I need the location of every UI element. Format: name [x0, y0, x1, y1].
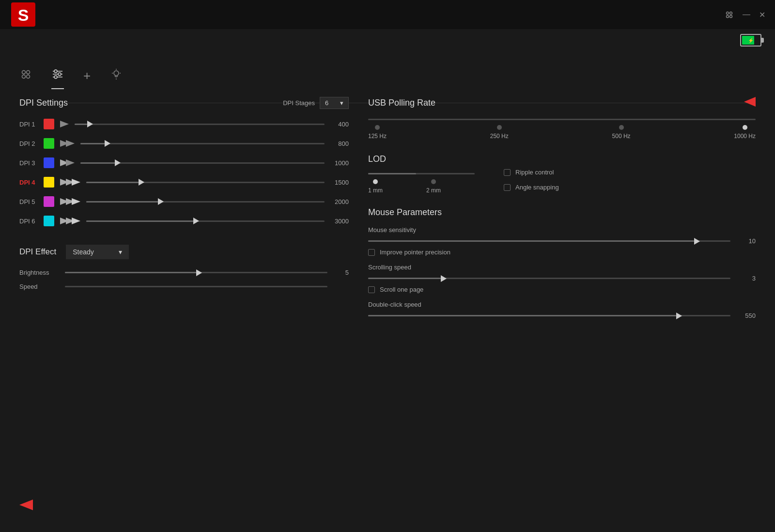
sensitivity-track[interactable] — [368, 240, 730, 242]
svg-marker-35 — [744, 97, 756, 107]
polling-500hz[interactable]: 500 Hz — [612, 125, 631, 140]
dpi-5-value: 2000 — [330, 198, 349, 205]
effect-dropdown-value: Steady — [73, 248, 94, 256]
improve-pointer-checkbox[interactable]: Improve pointer precision — [368, 249, 756, 256]
sensitivity-slider-row: 10 — [368, 237, 756, 245]
dpi-1-color[interactable] — [44, 119, 54, 129]
double-click-value: 550 — [736, 312, 756, 319]
ripple-control-checkbox[interactable]: Ripple control — [504, 169, 559, 176]
dpi-stages-chevron: ▾ — [340, 99, 343, 107]
svg-point-5 — [730, 16, 732, 18]
dpi-1-arrow — [60, 121, 69, 127]
dpi-4-value: 1500 — [330, 179, 349, 186]
dpi-6-color[interactable] — [44, 216, 54, 226]
polling-section: USB Polling Rate 125 Hz 250 Hz — [368, 97, 756, 140]
lod-dot-2 — [431, 179, 436, 184]
lod-track-area: 1 mm 2 mm — [368, 173, 475, 194]
dpi-stages-value: 6 — [325, 99, 328, 107]
dpi-1-slider[interactable] — [75, 124, 325, 125]
brightness-slider[interactable] — [65, 272, 327, 273]
brightness-value: 5 — [334, 269, 349, 276]
polling-title: USB Polling Rate — [368, 98, 435, 108]
dpi-4-color[interactable] — [44, 177, 54, 188]
scroll-page-checkbox-box — [368, 286, 375, 293]
tab-settings[interactable] — [51, 68, 64, 89]
dpi-stages-control[interactable]: DPI Stages 6 ▾ — [283, 97, 349, 109]
polling-250hz[interactable]: 250 Hz — [490, 125, 509, 140]
dpi-2-label: DPI 2 — [19, 140, 38, 147]
scrolling-track[interactable] — [368, 278, 730, 279]
lod-label-1: 1 mm — [368, 187, 383, 194]
dpi-4-slider[interactable] — [86, 182, 325, 183]
svg-marker-21 — [60, 121, 69, 127]
polling-label-1000: 1000 Hz — [734, 133, 756, 140]
lod-track[interactable] — [368, 173, 475, 174]
speed-label: Speed — [19, 283, 58, 290]
right-panel: USB Polling Rate 125 Hz 250 Hz — [368, 97, 756, 513]
dpi-3-color[interactable] — [44, 157, 54, 168]
svg-point-14 — [58, 73, 61, 76]
dpi-row-1: DPI 1 400 — [19, 119, 349, 129]
lod-2mm[interactable]: 2 mm — [426, 179, 441, 194]
sensitivity-label: Mouse sensitivity — [368, 226, 756, 234]
tab-light[interactable] — [110, 68, 123, 89]
polling-track[interactable] — [368, 119, 756, 120]
speed-slider[interactable] — [65, 286, 327, 287]
lod-1mm[interactable]: 1 mm — [368, 179, 383, 194]
minimize-button[interactable]: — — [743, 10, 750, 19]
window-controls: — ✕ — [724, 10, 765, 19]
dpi-row-2: DPI 2 800 — [19, 138, 349, 149]
dpi-effect-section: DPI Effect Steady ▾ Brightness 5 Speed — [19, 245, 349, 297]
dpi-effect-dropdown[interactable]: Steady ▾ — [66, 245, 129, 259]
lod-dots: 1 mm 2 mm — [368, 179, 475, 194]
polling-label-500: 500 Hz — [612, 133, 631, 140]
dpi-3-slider[interactable] — [80, 162, 325, 164]
dpi-row-6: DPI 6 3000 — [19, 216, 349, 226]
tab-profiles[interactable] — [19, 68, 32, 89]
dpi-2-slider[interactable] — [80, 143, 325, 144]
angle-snapping-checkbox[interactable]: Angle snapping — [504, 184, 559, 191]
polling-1000hz[interactable]: 1000 Hz — [734, 125, 756, 140]
dpi-1-label: DPI 1 — [19, 121, 38, 128]
double-click-track[interactable] — [368, 315, 730, 316]
scrolling-value: 3 — [736, 275, 756, 282]
dpi-2-arrow — [60, 140, 75, 147]
polling-dot-500 — [619, 125, 624, 130]
svg-point-7 — [27, 71, 30, 74]
close-button[interactable]: ✕ — [759, 10, 765, 19]
dpi-6-value: 3000 — [330, 218, 349, 225]
battery-indicator: ⚡ — [740, 34, 761, 47]
ripple-checkbox-box — [504, 169, 511, 176]
polling-dot-125 — [375, 125, 380, 130]
tab-add[interactable]: + — [83, 68, 91, 89]
dpi-6-slider[interactable] — [86, 220, 325, 222]
app-logo: S — [10, 1, 36, 28]
svg-point-4 — [727, 16, 729, 18]
main-content: DPI Settings DPI Stages 6 ▾ DPI 1 — [19, 97, 756, 513]
lod-left: LOD 1 mm 2 mm — [368, 154, 475, 194]
lod-dot-1 — [373, 179, 378, 184]
svg-point-16 — [114, 71, 119, 76]
dpi-2-color[interactable] — [44, 138, 54, 149]
polling-label-125: 125 Hz — [368, 133, 387, 140]
svg-point-15 — [54, 76, 57, 78]
double-click-row: Double-click speed 550 — [368, 301, 756, 319]
svg-marker-28 — [72, 179, 80, 186]
svg-marker-31 — [72, 198, 80, 205]
scroll-one-page-checkbox[interactable]: Scroll one page — [368, 286, 756, 293]
svg-marker-25 — [66, 159, 75, 166]
angle-checkbox-box — [504, 184, 511, 191]
svg-point-3 — [730, 12, 732, 15]
dpi-stages-select[interactable]: 6 ▾ — [320, 97, 349, 109]
dpi-5-color[interactable] — [44, 196, 54, 207]
scroll-page-label: Scroll one page — [380, 286, 423, 293]
bottom-arrow — [19, 500, 33, 513]
accounts-button[interactable] — [724, 10, 734, 19]
lod-label-2: 2 mm — [426, 187, 441, 194]
dpi-5-slider[interactable] — [86, 201, 325, 203]
scrolling-row: Scrolling speed 3 Scroll one page — [368, 264, 756, 293]
polling-125hz[interactable]: 125 Hz — [368, 125, 387, 140]
svg-point-9 — [27, 75, 30, 78]
brightness-label: Brightness — [19, 269, 58, 276]
improve-pointer-label: Improve pointer precision — [380, 249, 450, 256]
